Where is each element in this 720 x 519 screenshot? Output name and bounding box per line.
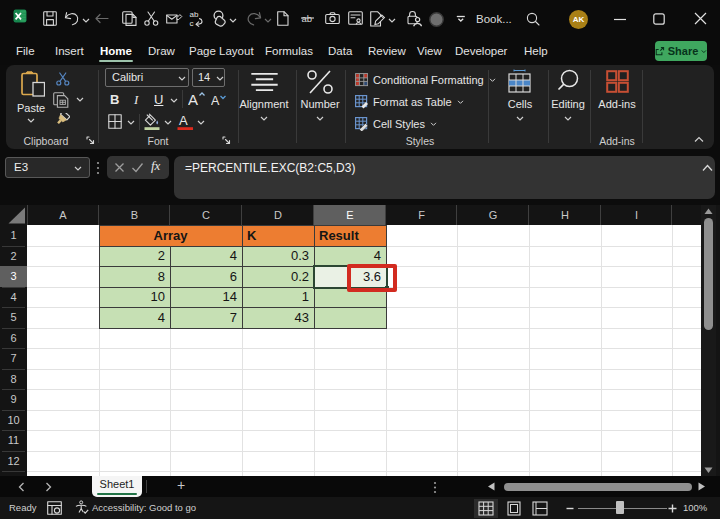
menu-tab-review[interactable]: Review (368, 45, 406, 57)
row-header-11[interactable]: 11 (0, 430, 27, 451)
conditional-formatting-button[interactable]: Conditional Formatting (355, 73, 496, 87)
cell-D4[interactable]: 1 (242, 287, 314, 307)
increase-font-icon[interactable]: A (188, 91, 206, 107)
copy-icon[interactable] (53, 92, 69, 108)
menu-tab-view[interactable]: View (417, 45, 442, 57)
fill-color-chevron-icon[interactable] (164, 119, 172, 125)
menu-tab-formulas[interactable]: Formulas (265, 45, 313, 57)
undo-icon[interactable] (64, 11, 80, 26)
row-header-1[interactable]: 1 (0, 225, 27, 246)
menu-tab-page-layout[interactable]: Page Layout (189, 45, 254, 57)
column-header-F[interactable]: F (386, 205, 457, 225)
hscroll-right-icon[interactable] (698, 482, 706, 491)
undo-chevron-icon[interactable] (82, 17, 90, 23)
borders-icon[interactable] (108, 114, 122, 129)
font-color-icon[interactable]: A (176, 113, 194, 130)
page-break-view-icon[interactable] (532, 501, 548, 516)
save-icon[interactable] (43, 11, 57, 26)
formula-bar-expand-icon[interactable] (702, 164, 713, 172)
hscroll-dots-icon[interactable] (433, 481, 437, 494)
column-header-E[interactable]: E (314, 205, 386, 225)
paste-chevron-icon[interactable] (27, 117, 35, 123)
cells-chevron-icon[interactable] (516, 115, 524, 121)
cut-icon[interactable] (144, 11, 159, 26)
bold-button[interactable]: B (110, 92, 119, 107)
zoom-slider-thumb[interactable] (616, 501, 624, 514)
cell-E2[interactable]: 4 (314, 246, 386, 266)
column-header-I[interactable]: I (601, 205, 672, 225)
row-header-6[interactable]: 6 (0, 328, 27, 348)
redo-icon[interactable] (246, 11, 262, 26)
sheet-prev-icon[interactable] (18, 482, 25, 492)
column-header-H[interactable]: H (529, 205, 601, 225)
column-header-A[interactable]: A (27, 205, 99, 225)
name-box[interactable]: E3 (5, 157, 90, 178)
row-header-4[interactable]: 4 (0, 287, 27, 307)
select-all-corner[interactable] (0, 205, 27, 225)
insert-function-button[interactable]: fx (151, 158, 160, 174)
menu-tab-help[interactable]: Help (524, 45, 548, 57)
format-painter-icon[interactable] (52, 113, 70, 128)
row-header-9[interactable]: 9 (0, 389, 27, 410)
collapse-ribbon-icon[interactable] (694, 136, 704, 143)
horizontal-scrollbar-thumb[interactable] (504, 483, 692, 491)
italic-button[interactable]: I (134, 92, 138, 108)
cell-D5[interactable]: 43 (242, 307, 314, 328)
cancel-icon[interactable] (114, 162, 125, 173)
column-header-D[interactable]: D (242, 205, 314, 225)
font-name-combo[interactable]: Calibri (105, 68, 189, 87)
paste-icon[interactable] (21, 71, 45, 97)
underline-chevron-icon[interactable] (170, 97, 178, 103)
cell-D3[interactable]: 0.2 (242, 266, 314, 287)
qat-overflow-icon[interactable] (456, 13, 466, 23)
name-box-chevron-icon[interactable] (74, 165, 82, 171)
cell-C5[interactable]: 7 (170, 307, 242, 328)
cell-D2[interactable]: 0.3 (242, 246, 314, 266)
copy-chevron-icon[interactable] (76, 96, 84, 102)
scroll-down-icon[interactable] (704, 467, 713, 474)
menu-tab-draw[interactable]: Draw (148, 45, 175, 57)
cell-B2[interactable]: 2 (99, 246, 170, 266)
font-size-chevron-icon[interactable] (216, 75, 224, 81)
replace-icon[interactable]: abc (189, 10, 205, 27)
enter-icon[interactable] (131, 162, 144, 173)
menu-tab-developer[interactable]: Developer (455, 45, 507, 57)
row-header-2[interactable]: 2 (0, 246, 27, 266)
number-chevron-icon[interactable] (316, 115, 324, 121)
normal-view-icon[interactable] (478, 501, 494, 516)
search-icon[interactable] (526, 12, 540, 26)
zoom-level[interactable]: 100% (683, 502, 707, 513)
decrease-font-icon[interactable]: A (211, 93, 227, 107)
scroll-up-icon[interactable] (704, 208, 713, 215)
add-sheet-button[interactable]: + (177, 477, 185, 493)
cell-B5[interactable]: 4 (99, 307, 170, 328)
borders-chevron-icon[interactable] (127, 119, 135, 125)
row-header-7[interactable]: 7 (0, 348, 27, 369)
menu-tab-home[interactable]: Home (100, 45, 132, 57)
cell-styles-button[interactable]: Cell Styles (355, 117, 437, 131)
cell-E5[interactable] (314, 307, 386, 328)
avatar[interactable]: AK (569, 10, 588, 29)
menu-tab-file[interactable]: File (16, 45, 35, 57)
cell-B4[interactable]: 10 (99, 287, 170, 307)
camera-icon[interactable] (325, 12, 340, 24)
row-header-3[interactable]: 3 (0, 266, 27, 287)
share-button[interactable]: Share (655, 41, 707, 61)
cell-C3[interactable]: 6 (170, 266, 242, 287)
clipboard-dialog-launcher-icon[interactable] (86, 136, 95, 145)
excel-logo-icon[interactable] (13, 9, 27, 23)
font-color-chevron-icon[interactable] (197, 119, 205, 125)
column-header-G[interactable]: G (457, 205, 529, 225)
maximize-icon[interactable] (653, 13, 665, 25)
formula-input[interactable]: =PERCENTILE.EXC(B2:C5,D3) (174, 156, 715, 199)
copy-icon[interactable] (122, 11, 137, 26)
table-header-result[interactable]: Result (314, 225, 386, 246)
redo-chevron-icon[interactable] (264, 17, 272, 23)
table-header-k[interactable]: K (242, 225, 314, 246)
row-header-12[interactable]: 12 (0, 451, 27, 471)
sheet-tab-active[interactable]: Sheet1 (92, 476, 142, 497)
new-file-icon[interactable] (277, 11, 289, 26)
cell-B3[interactable]: 8 (99, 266, 170, 287)
cell-C2[interactable]: 4 (170, 246, 242, 266)
zoom-out-icon[interactable] (566, 507, 574, 510)
